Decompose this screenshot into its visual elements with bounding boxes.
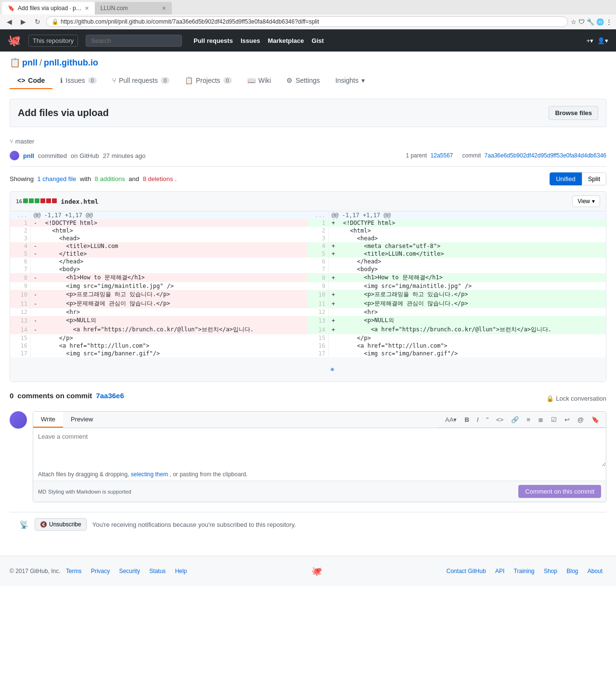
tab-close-btn[interactable]: ✕: [85, 5, 89, 12]
tab-insights[interactable]: Insights ▾: [328, 73, 372, 89]
tab-code[interactable]: <> Code: [10, 73, 52, 89]
code-btn[interactable]: <>: [494, 415, 505, 424]
ext-icon2[interactable]: 🔧: [587, 18, 594, 26]
comment-textarea[interactable]: [33, 428, 606, 467]
tab-wiki[interactable]: 📖 Wiki: [240, 73, 279, 89]
user-avatar-icon[interactable]: 👤▾: [597, 37, 608, 44]
italic-btn[interactable]: I: [475, 415, 481, 424]
submit-comment-btn[interactable]: Comment on this commit: [518, 485, 601, 498]
reload-btn[interactable]: ↻: [32, 17, 43, 26]
bullet-list-btn[interactable]: ≡: [525, 415, 532, 424]
search-input[interactable]: [86, 35, 182, 47]
tab-issues[interactable]: ℹ Issues 0: [52, 73, 104, 89]
secure-icon: 🔒: [51, 18, 59, 25]
main-content: Add files via upload Browse files ⑂ mast…: [0, 89, 616, 546]
diff-hunk-header: ... @@ -1,17 +1,17 @@ ... @@ -1,17 +1,17…: [10, 211, 606, 219]
notification-bar: 📡 🔇 Unsubscribe You're receiving notific…: [10, 512, 606, 536]
ext-icon3[interactable]: 🌐: [596, 18, 604, 26]
notification-icon: 📡: [19, 520, 29, 529]
footer-contact[interactable]: Contact GitHub: [447, 568, 486, 575]
unsubscribe-btn[interactable]: 🔇 Unsubscribe: [35, 518, 87, 531]
stat-box-del2: [46, 198, 51, 203]
forward-btn[interactable]: ▶: [18, 17, 29, 26]
file-name: 16 index.html: [16, 198, 99, 205]
issues-link[interactable]: Issues: [241, 37, 260, 44]
settings-icon: ⚙: [286, 77, 293, 84]
diff-row-12: 12 <hr> 12 <hr>: [10, 308, 606, 316]
footer-help[interactable]: Help: [175, 568, 187, 575]
tab-close-inactive[interactable]: ✕: [162, 5, 166, 12]
wiki-label: Wiki: [258, 77, 271, 84]
footer-security[interactable]: Security: [119, 568, 140, 575]
lock-conversation-btn[interactable]: 🔒 Lock conversation: [546, 395, 606, 402]
footer-training[interactable]: Training: [514, 568, 535, 575]
github-header: 🐙 This repository Pull requests Issues M…: [0, 29, 616, 52]
tab-pulls[interactable]: ⑂ Pull requests 0: [104, 73, 177, 89]
diff-row-4: 4 - <title>LLUN.com 4 + <meta charset="u…: [10, 242, 606, 250]
line-count-badge: 16: [16, 198, 22, 205]
footer-terms[interactable]: Terms: [66, 568, 82, 575]
back-btn[interactable]: ◀: [4, 17, 15, 26]
ext-icon1[interactable]: 🛡: [578, 18, 585, 26]
owner-link[interactable]: pnll: [22, 58, 38, 68]
diff-table: ... @@ -1,17 +1,17 @@ ... @@ -1,17 +1,17…: [10, 211, 606, 381]
comment-count-num: 0: [10, 392, 13, 400]
time-ago: 27 minutes ago: [103, 152, 146, 159]
github-logo[interactable]: 🐙: [8, 34, 21, 47]
numbered-list-btn[interactable]: ≣: [536, 415, 545, 424]
bookmark-icon[interactable]: ☆: [571, 18, 577, 26]
stats-bar: Showing 1 changed file with 8 additions …: [10, 172, 606, 185]
preview-tab[interactable]: Preview: [63, 412, 101, 428]
commit-info-left: pnll committed on GitHub 27 minutes ago: [10, 151, 146, 160]
parent-hash-link[interactable]: 12a5567: [431, 152, 453, 159]
view-btn[interactable]: View ▾: [572, 196, 600, 207]
commit-hash-link[interactable]: 7aa36e6d5b902df42d95d9ff53e0fa84d4db6346: [485, 152, 606, 159]
plus-icon[interactable]: +▾: [586, 37, 593, 44]
task-list-btn[interactable]: ☑: [549, 415, 559, 424]
footer-blog[interactable]: Blog: [566, 568, 578, 575]
quote-btn[interactable]: ": [484, 415, 490, 424]
menu-icon[interactable]: ⋮: [606, 18, 612, 26]
diff-row-9: 9 <img src="img/maintitle.jpg" /> 9 <img…: [10, 282, 606, 290]
footer-api[interactable]: API: [495, 568, 504, 575]
attach-link[interactable]: selecting them: [131, 471, 168, 478]
deletions-count: 8 deletions: [143, 175, 173, 183]
bookmark-btn[interactable]: 🔖: [590, 415, 601, 424]
pull-requests-link[interactable]: Pull requests: [193, 37, 233, 44]
text-size-btn[interactable]: AA▾: [443, 415, 459, 424]
markdown-label: Styling with Markdown is supported: [48, 489, 131, 495]
unified-btn[interactable]: Unified: [550, 172, 581, 185]
bold-btn[interactable]: B: [462, 415, 471, 424]
tab-settings[interactable]: ⚙ Settings: [279, 73, 328, 89]
attach-files-area: Attach files by dragging & dropping, sel…: [38, 471, 601, 478]
code-icon: <>: [17, 77, 25, 84]
comment-commit-ref[interactable]: 7aa36e6: [96, 392, 124, 400]
address-bar[interactable]: 🔒 https://github.com/pnll/pnll.github.io…: [46, 16, 568, 27]
split-btn[interactable]: Split: [582, 172, 606, 185]
tab-projects[interactable]: 📋 Projects 0: [177, 73, 240, 89]
reply-btn[interactable]: ↩: [563, 415, 572, 424]
this-repository-label[interactable]: This repository: [28, 35, 78, 47]
browse-files-btn[interactable]: Browse files: [549, 106, 598, 120]
commit-header-card: Add files via upload Browse files: [10, 99, 606, 127]
diff-expand-row[interactable]: ⊕: [10, 357, 606, 381]
link-btn[interactable]: 🔗: [509, 415, 521, 424]
repo-link[interactable]: pnll.github.io: [44, 58, 98, 68]
mention-btn[interactable]: @: [576, 415, 586, 424]
changed-count[interactable]: 1 changed file: [38, 175, 77, 183]
author-link[interactable]: pnll: [23, 152, 34, 159]
stat-box-del1: [40, 198, 45, 203]
write-tab[interactable]: Write: [33, 412, 63, 428]
gist-link[interactable]: Gist: [312, 37, 324, 44]
tab-inactive[interactable]: LLUN.com ✕: [95, 2, 172, 14]
comment-tabs: Write Preview AA▾ B I " <> 🔗 ≡ ≣ ☑ ↩: [33, 412, 606, 428]
tab-active[interactable]: 🔖 Add files via upload · p… ✕: [2, 2, 95, 14]
gh-header-right: +▾ 👤▾: [586, 37, 608, 44]
marketplace-link[interactable]: Marketplace: [268, 37, 304, 44]
action-text: committed: [38, 152, 67, 159]
footer-about[interactable]: About: [588, 568, 603, 575]
footer-privacy[interactable]: Privacy: [91, 568, 110, 575]
footer-status[interactable]: Status: [149, 568, 166, 575]
diff-row-17: 17 <img src="img/banner.gif"/> 17 <img s…: [10, 350, 606, 357]
footer-shop[interactable]: Shop: [544, 568, 557, 575]
